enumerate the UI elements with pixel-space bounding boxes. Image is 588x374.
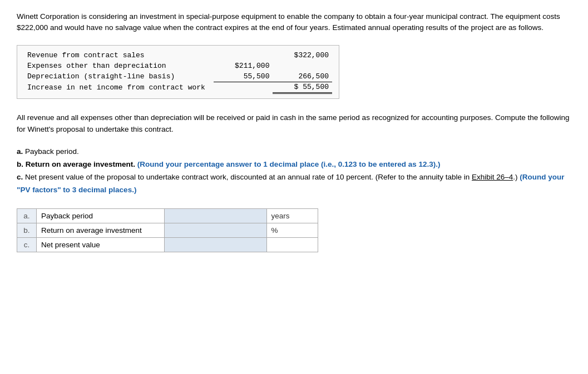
answer-table: a. Payback period years b. Return on ave…: [17, 209, 318, 252]
table-row-revenue: Revenue from contract sales $322,000: [24, 50, 332, 61]
question-c: c. Net present value of the proposal to …: [17, 171, 571, 197]
answer-row-c-id: c.: [17, 238, 36, 252]
increase-amt1: [214, 82, 273, 93]
net-present-value-input[interactable]: [165, 238, 266, 252]
question-c-text: Net present value of the proposal to und…: [25, 173, 472, 181]
increase-amt2: $ 55,500: [273, 82, 332, 93]
depreciation-amt1: 55,500: [214, 71, 273, 82]
revenue-amt1: [214, 50, 273, 61]
middle-paragraph: All revenue and all expenses other than …: [17, 112, 571, 136]
answer-row-b-id: b.: [17, 223, 36, 238]
financial-table: Revenue from contract sales $322,000 Exp…: [24, 50, 332, 94]
revenue-label: Revenue from contract sales: [24, 50, 214, 61]
depreciation-label: Depreciation (straight-line basis): [24, 71, 214, 82]
answer-row-c-desc: Net present value: [36, 238, 164, 252]
question-a-text: Payback period.: [25, 147, 79, 156]
answer-row-c-unit: [266, 238, 318, 252]
answer-row-a-input-cell[interactable]: [164, 209, 266, 223]
revenue-amt2: $322,000: [273, 50, 332, 61]
expenses-label: Expenses other than depreciation: [24, 61, 214, 71]
expenses-amt2: [273, 61, 332, 71]
answer-row-a-unit: years: [266, 209, 318, 223]
return-on-investment-input[interactable]: [165, 223, 266, 237]
answer-row-c-input-cell[interactable]: [164, 238, 266, 252]
question-a-label: a.: [17, 147, 23, 156]
question-b-label: b.: [17, 160, 23, 168]
exhibit-link[interactable]: Exhibit 26–4: [472, 173, 513, 181]
answer-row-b: b. Return on average investment %: [17, 223, 318, 238]
answer-row-c: c. Net present value: [17, 238, 318, 252]
answer-table-wrapper: a. Payback period years b. Return on ave…: [17, 208, 318, 252]
answer-row-b-desc: Return on average investment: [36, 223, 164, 238]
answer-row-a-id: a.: [17, 209, 36, 223]
expenses-amt1: $211,000: [214, 61, 273, 71]
financial-table-wrapper: Revenue from contract sales $322,000 Exp…: [17, 45, 339, 99]
table-row-expenses: Expenses other than depreciation $211,00…: [24, 61, 332, 71]
table-row-increase: Increase in net income from contract wor…: [24, 82, 332, 93]
question-a: a. Payback period.: [17, 146, 571, 158]
question-b-blue: (Round your percentage answer to 1 decim…: [137, 160, 441, 168]
question-b-bold: Return on average investment.: [26, 160, 137, 168]
answer-row-b-unit: %: [266, 223, 318, 238]
intro-paragraph: Winett Corporation is considering an inv…: [17, 11, 571, 34]
table-row-depreciation: Depreciation (straight-line basis) 55,50…: [24, 71, 332, 82]
increase-label: Increase in net income from contract wor…: [24, 82, 214, 93]
answer-row-b-input-cell[interactable]: [164, 223, 266, 238]
question-c-label: c.: [17, 173, 23, 181]
answer-row-a-desc: Payback period: [36, 209, 164, 223]
depreciation-amt2: 266,500: [273, 71, 332, 82]
payback-period-input[interactable]: [165, 209, 266, 223]
question-b: b. Return on average investment. (Round …: [17, 158, 571, 171]
question-c-after: .): [513, 173, 520, 181]
answer-row-a: a. Payback period years: [17, 209, 318, 223]
questions-section: a. Payback period. b. Return on average …: [17, 146, 571, 197]
